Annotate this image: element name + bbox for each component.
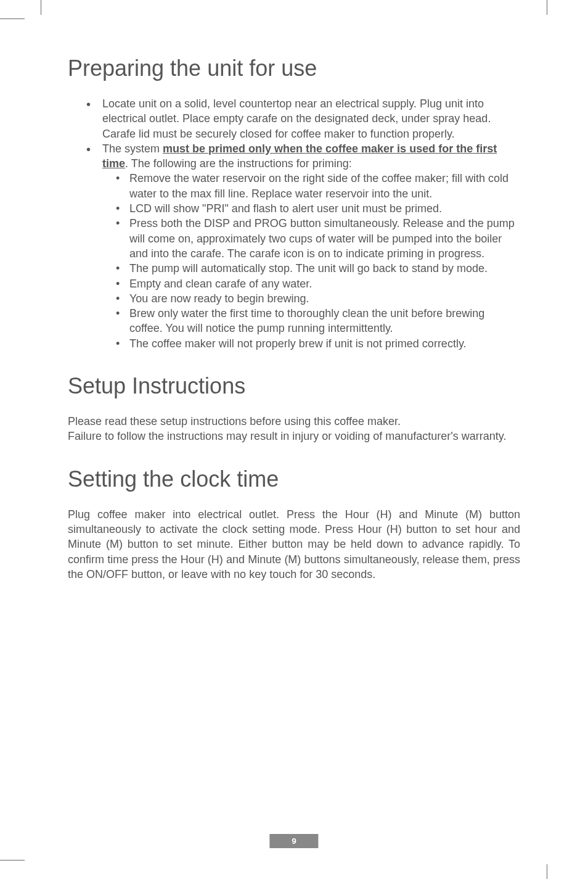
list-text-post: . The following are the instructions for… bbox=[125, 157, 352, 170]
clock-paragraph: Plug coffee maker into electrical outlet… bbox=[68, 507, 520, 582]
list-text: Empty and clean carafe of any water. bbox=[129, 278, 312, 290]
page-number: 9 bbox=[269, 834, 318, 848]
list-text: Brew only water the first time to thorou… bbox=[129, 307, 484, 334]
setup-paragraph-1: Please read these setup instructions bef… bbox=[68, 414, 520, 429]
list-text: LCD will show "PRI" and flash to alert u… bbox=[129, 202, 442, 215]
list-item: The system must be primed only when the … bbox=[86, 141, 520, 351]
preparing-list: Locate unit on a solid, level countertop… bbox=[68, 96, 520, 351]
list-item: LCD will show "PRI" and flash to alert u… bbox=[116, 201, 520, 216]
list-text: Locate unit on a solid, level countertop… bbox=[102, 97, 491, 140]
heading-clock: Setting the clock time bbox=[68, 466, 520, 492]
crop-mark bbox=[41, 0, 41, 15]
list-item: Remove the water reservoir on the right … bbox=[116, 171, 520, 201]
crop-mark bbox=[0, 860, 25, 860]
list-text-pre: The system bbox=[102, 142, 163, 155]
setup-paragraph-2: Failure to follow the instructions may r… bbox=[68, 429, 520, 444]
list-item: The pump will automatically stop. The un… bbox=[116, 261, 520, 276]
heading-setup: Setup Instructions bbox=[68, 373, 520, 399]
list-item: Brew only water the first time to thorou… bbox=[116, 306, 520, 336]
list-item: Press both the DISP and PROG button simu… bbox=[116, 216, 520, 261]
list-item: Locate unit on a solid, level countertop… bbox=[86, 96, 520, 141]
crop-mark bbox=[547, 864, 547, 879]
crop-mark bbox=[0, 19, 25, 19]
list-text: Press both the DISP and PROG button simu… bbox=[129, 217, 515, 260]
list-item: You are now ready to begin brewing. bbox=[116, 291, 520, 306]
list-text: The coffee maker will not properly brew … bbox=[129, 337, 467, 350]
list-text: You are now ready to begin brewing. bbox=[129, 292, 309, 305]
heading-preparing: Preparing the unit for use bbox=[68, 56, 520, 81]
list-text: Remove the water reservoir on the right … bbox=[129, 172, 508, 199]
list-item: Empty and clean carafe of any water. bbox=[116, 276, 520, 291]
crop-mark bbox=[547, 0, 547, 15]
list-text: The pump will automatically stop. The un… bbox=[129, 262, 488, 274]
list-item: The coffee maker will not properly brew … bbox=[116, 336, 520, 351]
priming-sublist: Remove the water reservoir on the right … bbox=[102, 171, 520, 351]
